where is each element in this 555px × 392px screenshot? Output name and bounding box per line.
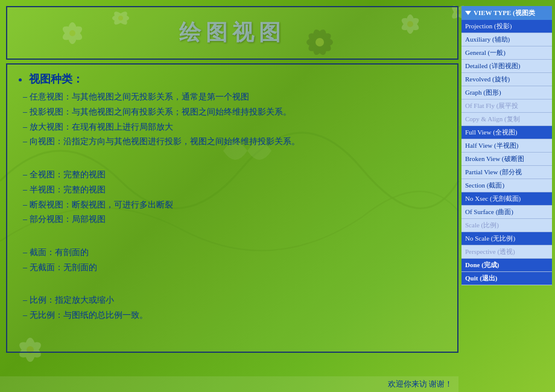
status-bar: 欢迎你来访 谢谢！ (0, 376, 458, 392)
menu-item-graph[interactable]: Graph (图形) (461, 86, 552, 100)
menu-item-label-no-scale: No Scale (无比例) (465, 235, 515, 242)
title-box: 绘图视图 (6, 6, 458, 60)
chevron-down-icon (465, 11, 471, 15)
content-line-7: – 断裂视图：断裂视图，可进行多出断裂 (23, 198, 448, 212)
menu-item-label-broken-view: Broken View (破断图 (465, 155, 524, 162)
content-line-4 (23, 150, 448, 164)
menu-item-label-projection: Projection (投影) (465, 22, 512, 30)
main-content: 绘图视图 视图种类： – 任意视图：与其他视图之间无投影关系，通常是第一个视图–… (6, 6, 458, 374)
menu-item-projection[interactable]: Projection (投影) (461, 20, 552, 33)
menu-header: VIEW TYPE (视图类 (461, 6, 552, 20)
menu-item-label-copy-align: Copy & Align (复制 (465, 115, 520, 122)
status-text: 欢迎你来访 谢谢！ (388, 379, 452, 388)
menu-item-label-flat-fly: Of Flat Fly (展平投 (465, 102, 518, 109)
menu-item-half-view[interactable]: Half View (半视图) (461, 139, 552, 153)
content-line-8: – 部分视图：局部视图 (23, 212, 448, 227)
content-line-9 (23, 227, 448, 242)
section-title: 视图种类： (29, 72, 448, 86)
content-line-1: – 投影视图：与其他视图之间有投影关系；视图之间始终维持投影关系。 (23, 105, 448, 119)
menu-item-detailed[interactable]: Detailed (详图视图) (461, 60, 552, 73)
content-line-0: – 任意视图：与其他视图之间无投影关系，通常是第一个视图 (23, 90, 448, 104)
menu-items-container: Projection (投影)Auxiliary (辅助)General (一般… (461, 20, 552, 285)
menu-item-done[interactable]: Done (完成) (461, 259, 552, 272)
menu-item-broken-view[interactable]: Broken View (破断图 (461, 153, 552, 166)
menu-item-of-surface[interactable]: Of Surface (曲面) (461, 206, 552, 219)
menu-header-label: VIEW TYPE (视图类 (474, 8, 535, 17)
menu-item-full-view[interactable]: Full View (全视图) (461, 126, 552, 139)
content-line-11: – 无截面：无剖面的 (23, 261, 448, 275)
menu-item-label-section: Section (截面) (465, 182, 504, 189)
menu-item-label-full-view: Full View (全视图) (465, 128, 518, 136)
menu-item-label-auxiliary: Auxiliary (辅助) (465, 36, 510, 43)
content-lines: – 任意视图：与其他视图之间无投影关系，通常是第一个视图– 投影视图：与其他视图… (17, 90, 448, 323)
menu-item-label-quit: Quit (退出) (465, 274, 497, 282)
menu-item-general[interactable]: General (一般) (461, 46, 552, 60)
page-title: 绘图视图 (13, 18, 451, 48)
menu-item-partial-view[interactable]: Partial View (部分视 (461, 166, 552, 179)
menu-item-perspective[interactable]: Perspective (透视) (461, 245, 552, 259)
menu-item-scale[interactable]: Scale (比例) (461, 219, 552, 232)
menu-item-revolved[interactable]: Revolved (旋转) (461, 73, 552, 86)
menu-item-label-done: Done (完成) (465, 261, 500, 268)
content-line-14: – 无比例：与图纸的总比例一致。 (23, 308, 448, 323)
content-line-6: – 半视图：完整的视图 (23, 183, 448, 197)
menu-item-label-general: General (一般) (465, 49, 506, 56)
menu-item-no-scale[interactable]: No Scale (无比例) (461, 232, 552, 245)
menu-item-label-no-xsec: No Xsec (无剖截面) (465, 195, 521, 202)
content-line-12 (23, 276, 448, 290)
menu-item-label-scale: Scale (比例) (465, 221, 499, 229)
content-line-13: – 比例：指定放大或缩小 (23, 293, 448, 308)
menu-item-label-half-view: Half View (半视图) (465, 142, 518, 149)
content-line-3: – 向视图：沿指定方向与其他视图进行投影，视图之间始终维持投影关系。 (23, 134, 448, 149)
menu-item-label-of-surface: Of Surface (曲面) (465, 208, 513, 215)
menu-item-label-graph: Graph (图形) (465, 89, 501, 96)
view-type-panel: VIEW TYPE (视图类 Projection (投影)Auxiliary … (461, 6, 552, 285)
menu-item-copy-align[interactable]: Copy & Align (复制 (461, 113, 552, 126)
menu-item-label-partial-view: Partial View (部分视 (465, 168, 522, 175)
content-line-2: – 放大视图：在现有视图上进行局部放大 (23, 120, 448, 134)
menu-item-section[interactable]: Section (截面) (461, 179, 552, 192)
content-line-5: – 全视图：完整的视图 (23, 168, 448, 182)
menu-item-label-perspective: Perspective (透视) (465, 248, 515, 255)
menu-item-label-detailed: Detailed (详图视图) (465, 62, 520, 69)
content-line-10: – 截面：有剖面的 (23, 245, 448, 260)
menu-item-auxiliary[interactable]: Auxiliary (辅助) (461, 33, 552, 46)
menu-item-quit[interactable]: Quit (退出) (461, 272, 552, 285)
menu-item-no-xsec[interactable]: No Xsec (无剖截面) (461, 192, 552, 206)
menu-item-flat-fly[interactable]: Of Flat Fly (展平投 (461, 100, 552, 113)
menu-item-label-revolved: Revolved (旋转) (465, 75, 510, 83)
section-heading-list: 视图种类： (17, 72, 448, 86)
content-box: 视图种类： – 任意视图：与其他视图之间无投影关系，通常是第一个视图– 投影视图… (6, 63, 458, 353)
